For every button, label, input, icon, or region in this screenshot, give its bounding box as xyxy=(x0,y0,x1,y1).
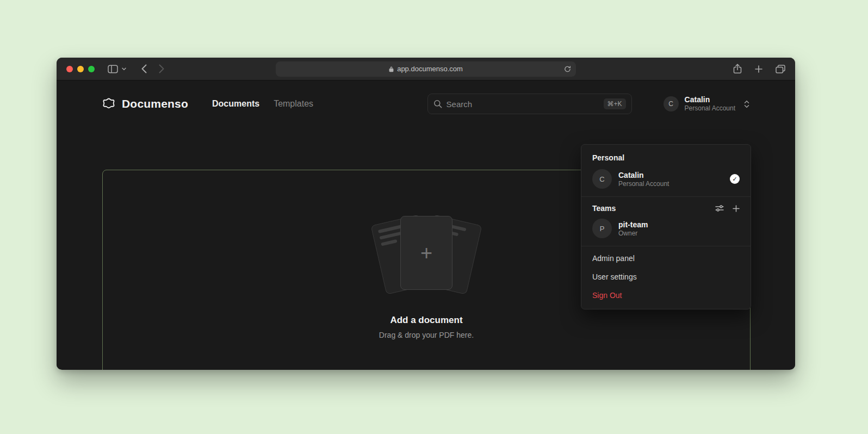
dropzone-subtitle: Drag & drop your PDF here. xyxy=(379,331,474,339)
sidebar-toggle-icon[interactable] xyxy=(108,65,118,73)
window-controls xyxy=(66,66,95,72)
account-type: Personal Account xyxy=(685,104,735,113)
desktop-background: app.documenso.com xyxy=(0,0,868,434)
documenso-logo-icon xyxy=(102,97,116,111)
main-nav: Documents Templates xyxy=(212,99,313,109)
team-item[interactable]: P pit-team Owner xyxy=(581,215,751,243)
personal-account-avatar: C xyxy=(592,169,612,189)
documenso-brand[interactable]: Documenso xyxy=(102,97,188,111)
team-avatar: P xyxy=(592,219,612,238)
dropzone-title: Add a document xyxy=(390,315,462,326)
sidebar-chevron-down-icon[interactable] xyxy=(122,67,126,71)
app-header: Documenso Documents Templates ⌘+K xyxy=(57,80,795,127)
zoom-window-button[interactable] xyxy=(88,66,95,72)
account-menu-button[interactable]: C Catalin Personal Account xyxy=(664,95,749,113)
personal-account-item[interactable]: C Catalin Personal Account ✓ xyxy=(581,165,751,194)
account-dropdown-menu: Personal C Catalin Personal Account ✓ Te… xyxy=(581,144,751,309)
manage-teams-icon[interactable] xyxy=(715,204,724,212)
document-stack-illustration: + xyxy=(369,214,483,295)
browser-titlebar: app.documenso.com xyxy=(57,58,795,80)
tab-overview-icon[interactable] xyxy=(776,65,785,73)
documenso-page: Documenso Documents Templates ⌘+K xyxy=(57,80,795,369)
selected-check-icon: ✓ xyxy=(730,174,740,184)
account-name: Catalin xyxy=(685,95,735,105)
teams-section-header: Teams xyxy=(581,200,751,215)
nav-templates[interactable]: Templates xyxy=(274,99,313,109)
nav-documents[interactable]: Documents xyxy=(212,99,259,109)
menu-item-sign-out[interactable]: Sign Out xyxy=(581,286,751,305)
team-role: Owner xyxy=(618,230,740,237)
document-card-add: + xyxy=(400,216,452,290)
tls-lock-icon xyxy=(389,66,394,72)
menu-item-admin-panel[interactable]: Admin panel xyxy=(581,249,751,268)
back-button[interactable] xyxy=(141,64,147,73)
menu-divider xyxy=(581,246,751,246)
new-tab-icon[interactable] xyxy=(755,65,762,73)
menu-divider xyxy=(581,196,751,197)
search-shortcut-badge: ⌘+K xyxy=(604,98,626,109)
brand-name: Documenso xyxy=(122,97,188,110)
browser-window: app.documenso.com xyxy=(57,58,795,370)
close-window-button[interactable] xyxy=(66,66,73,72)
search-input[interactable] xyxy=(447,100,599,109)
personal-section-label: Personal xyxy=(581,148,751,165)
url-text: app.documenso.com xyxy=(397,65,463,73)
share-icon[interactable] xyxy=(733,64,742,74)
personal-account-type: Personal Account xyxy=(618,180,723,188)
chevrons-up-down-icon xyxy=(744,100,749,108)
address-bar[interactable]: app.documenso.com xyxy=(276,61,576,77)
create-team-icon[interactable] xyxy=(733,205,740,212)
minimize-window-button[interactable] xyxy=(77,66,84,72)
forward-button[interactable] xyxy=(159,64,164,73)
add-plus-icon: + xyxy=(420,243,432,263)
search-box[interactable]: ⌘+K xyxy=(427,94,632,114)
account-avatar: C xyxy=(664,96,679,111)
team-name: pit-team xyxy=(618,220,740,230)
menu-item-user-settings[interactable]: User settings xyxy=(581,268,751,286)
search-icon xyxy=(433,100,442,108)
teams-section-label: Teams xyxy=(592,204,706,213)
reload-icon[interactable] xyxy=(564,65,571,72)
personal-account-name: Catalin xyxy=(618,170,723,180)
